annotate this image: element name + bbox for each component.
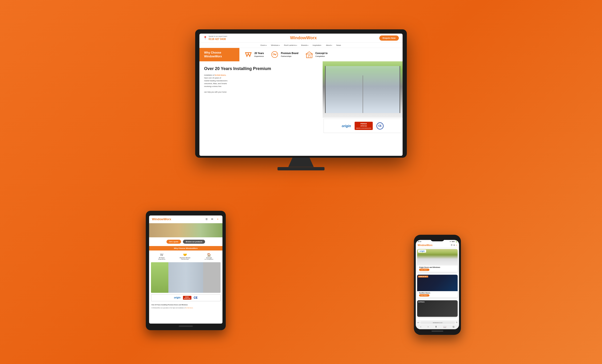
tablet-feature-3: 🏠 Concept to Completion — [204, 253, 213, 260]
phone-menu-icon[interactable]: ☰ — [451, 244, 452, 246]
tablet-handshake-icon: 🤝 — [180, 253, 190, 257]
tablet-certs: origin FENSAAPPROVED CE — [151, 294, 221, 301]
tablet-feature-1-title: 20 Years — [158, 257, 165, 259]
tablet-features: W 20 Years Experience 🤝 Premium Brand Pa… — [149, 250, 223, 262]
tablet-menu-icon[interactable]: ☰ — [204, 217, 208, 221]
tablet-footer-sub: At WindowWorx we specialise in the high … — [149, 307, 223, 310]
phone-back-icon[interactable]: ‹ — [420, 325, 421, 328]
phone-website: 15:13 ▪▪▪ WiFi 🔋 WindowWorx ☰ — [416, 240, 459, 329]
phone-origin-learn-more[interactable]: Learn More › — [419, 269, 430, 271]
phone-mail-icon[interactable]: ✉ — [453, 244, 455, 246]
house-photo — [323, 61, 403, 118]
phone-home-bar — [431, 331, 443, 332]
phone-header: WindowWorx ☰ ✉ ≡ — [416, 243, 459, 248]
phone-url-field[interactable]: windowworx.co.uk — [420, 322, 455, 324]
feature-icon-building — [305, 50, 313, 59]
feature-text-concept: Concept toCompletion — [315, 52, 328, 58]
phone-info: Speak to our expert team: 0118 427 0430 — [209, 35, 228, 40]
monitor-stand — [287, 158, 315, 167]
nav-about[interactable]: About — [326, 44, 332, 46]
phone-card-origin-info: Origin Doors and Windows Learn More › — [417, 266, 458, 272]
tablet-logo-part1: Window — [152, 217, 164, 221]
phone-signal-icon: ▪▪▪ — [450, 241, 451, 242]
ce-cert: CE — [376, 122, 384, 129]
phone-logo-p1: Window — [418, 244, 427, 247]
svg-marker-0 — [246, 53, 251, 56]
tablet-home-bar — [179, 325, 193, 327]
phone-share-icon[interactable]: ⬆ — [435, 325, 437, 328]
phone-address-bar: aA windowworx.co.uk ↻ — [416, 321, 459, 324]
why-choose-label: Why Choose WindowWorx — [199, 48, 239, 62]
feature-icon-w — [244, 50, 253, 59]
tablet-browse-products-btn[interactable]: Browse our products — [183, 240, 205, 244]
tablet-screen: WindowWorx ☰ ✉ ≡ Get a quote Browse ou — [149, 216, 223, 323]
why-choose-section: Why Choose WindowWorx 20 Year — [199, 48, 403, 62]
tablet-footer-heading: Over 20 Years Installing Premium Doors a… — [149, 303, 223, 307]
phone-text-size-icon: aA — [417, 322, 419, 323]
feature-icon-handshake — [270, 50, 279, 59]
tablet-feature-2: 🤝 Premium Brand Partnerships — [180, 253, 190, 260]
site-header: 📍 Speak to our expert team: 0118 427 043… — [199, 34, 403, 43]
tablet-w-icon: W — [158, 253, 165, 257]
tablet-mail-icon[interactable]: ✉ — [210, 217, 214, 221]
monitor-screen: 📍 Speak to our expert team: 0118 427 043… — [199, 34, 403, 156]
tablet-feature-1-sub: Experience — [158, 259, 165, 260]
nav-roof-lanterns[interactable]: Roof Lanterns — [284, 44, 297, 46]
svg-marker-3 — [306, 52, 312, 54]
nav-news[interactable]: News — [336, 44, 342, 46]
tablet-feature-2-title: Premium Brand — [180, 257, 190, 259]
phone-tabs-icon[interactable]: ⧉ — [453, 325, 454, 328]
phone-label: Speak to our expert team: — [209, 35, 228, 37]
phone-block: 📍 Speak to our expert team: 0118 427 043… — [203, 35, 228, 40]
enquire-button[interactable]: Enquire Now — [379, 35, 399, 41]
nav-inspiration[interactable]: Inspiration — [312, 44, 322, 46]
phone-sunflex-learn-more[interactable]: Learn More › — [419, 294, 430, 297]
phone-card-sunflex-img: SUNFLEX UK ® — [417, 275, 458, 291]
phone-card-origin: origin Origin Doors and Windows Learn Mo… — [417, 249, 458, 272]
tablet-body: WindowWorx ☰ ✉ ≡ Get a quote Browse ou — [146, 211, 226, 330]
phone-notch — [430, 237, 444, 241]
site-content: Over 20 Years Installing Premium install… — [199, 61, 403, 156]
phone-origin-title: Origin Doors and Windows — [419, 267, 456, 268]
phone-logo-p2: Worx — [427, 244, 432, 247]
tablet-get-quote-btn[interactable]: Get a quote — [166, 240, 181, 244]
tablet-header-icons: ☰ ✉ ≡ — [204, 217, 220, 221]
phone-logo: WindowWorx — [418, 244, 432, 247]
nav-windows[interactable]: Windows — [271, 44, 280, 46]
desktop-monitor: 📍 Speak to our expert team: 0118 427 043… — [195, 29, 407, 170]
sunflex-label: SUNFLEX UK ® — [418, 276, 428, 278]
tablet-device: WindowWorx ☰ ✉ ≡ Get a quote Browse ou — [146, 211, 226, 330]
site-nav: Doors Windows Roof Lanterns Brands Inspi… — [199, 43, 403, 48]
svg-rect-4 — [308, 55, 310, 58]
hp-garden — [151, 262, 168, 293]
nav-brands[interactable]: Brands — [301, 44, 308, 46]
phone-time: 15:13 — [418, 241, 421, 242]
tablet-building-icon: 🏠 — [204, 253, 213, 257]
phone-card-origin-img: origin — [417, 249, 458, 266]
nav-doors[interactable]: Doors — [260, 44, 267, 46]
phone-bookmarks-icon[interactable]: 📖 — [443, 325, 446, 328]
phone-header-icons: ☰ ✉ ≡ — [451, 244, 457, 246]
monitor-body: 📍 Speak to our expert team: 0118 427 043… — [195, 29, 407, 158]
phone-number[interactable]: 0118 427 0430 — [209, 38, 228, 41]
phone-reload-icon[interactable]: ↻ — [456, 322, 458, 323]
phone-screen: 15:13 ▪▪▪ WiFi 🔋 WindowWorx ☰ — [416, 240, 459, 329]
logo-part1: Window — [290, 35, 306, 40]
phone-status-icons: ▪▪▪ WiFi 🔋 — [450, 241, 457, 242]
phone-battery-icon: 🔋 — [455, 241, 457, 242]
tablet-logo: WindowWorx — [152, 217, 171, 221]
phone-forward-icon[interactable]: › — [428, 325, 429, 328]
feature-text-partnerships: Premium BrandPartnerships — [281, 52, 298, 58]
phone-origin-label: origin — [418, 250, 426, 252]
phone-wifi-icon: WiFi — [452, 241, 455, 242]
tablet-logo-part2: Worx — [164, 217, 171, 221]
tablet-header: WindowWorx ☰ ✉ ≡ — [149, 216, 223, 223]
certifications-bar: origin FENSAAPPROVEDWINDOW & DOOR INSTAL… — [323, 119, 402, 133]
house-photo-inner — [151, 262, 221, 293]
phone-card-suppress: SUPPRESS — [417, 300, 458, 317]
phone-hamburger-icon[interactable]: ≡ — [456, 244, 457, 246]
tablet-hamburger-icon[interactable]: ≡ — [216, 217, 220, 221]
phone-card-suppress-img: SUPPRESS — [417, 300, 458, 317]
scene-container: 📍 Speak to our expert team: 0118 427 043… — [160, 29, 442, 335]
tablet-hero-image — [149, 223, 223, 237]
